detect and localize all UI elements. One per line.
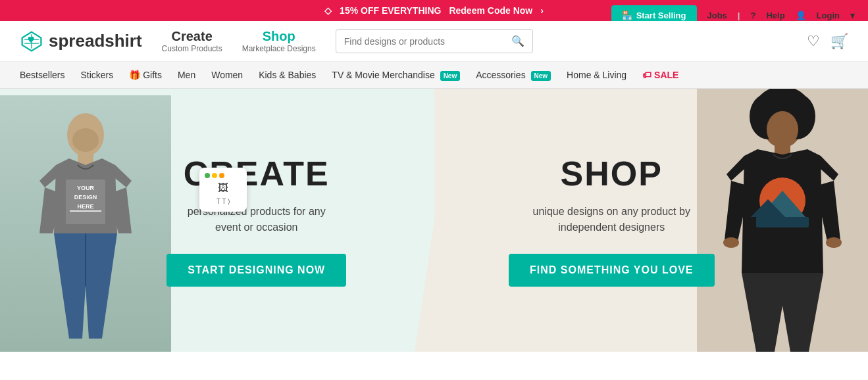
category-gifts[interactable]: 🎁 Gifts <box>129 70 162 80</box>
wishlist-icon[interactable]: ♡ <box>807 33 820 50</box>
man-silhouette: YOUR DESIGN HERE <box>20 102 151 345</box>
find-something-button[interactable]: Find Something You Love <box>509 254 715 287</box>
redeem-code-link[interactable]: Redeem Code Now <box>449 5 532 16</box>
category-sale[interactable]: 🏷 SALE <box>642 70 678 80</box>
store-icon: 🏪 <box>622 11 632 20</box>
dot-row <box>205 173 242 178</box>
promo-banner: ◇ 15% OFF EVERYTHING Redeem Code Now › 🏪… <box>0 0 868 21</box>
hero-create-content: CREATE personalized products for any eve… <box>153 154 359 287</box>
svg-rect-20 <box>756 217 809 227</box>
create-nav-label: Create <box>162 29 222 44</box>
tv-new-badge: New <box>440 71 461 81</box>
search-icon[interactable]: 🔍 <box>511 35 524 47</box>
create-title: CREATE <box>166 154 346 193</box>
create-nav-sub: Custom Products <box>162 44 222 53</box>
shop-subtitle: unique designs on any product by indepen… <box>509 204 715 235</box>
promo-tag-icon: ◇ <box>324 5 332 16</box>
svg-text:YOUR: YOUR <box>77 185 95 191</box>
cart-icon[interactable]: 🛒 <box>830 33 848 50</box>
dot-yellow <box>212 173 217 178</box>
hero-model-left: YOUR DESIGN HERE <box>0 95 171 352</box>
svg-point-1 <box>72 128 99 152</box>
accessories-new-badge: New <box>531 71 551 81</box>
category-men[interactable]: Men <box>178 70 195 80</box>
hero-create-side: YOUR DESIGN HERE <box>0 89 434 352</box>
hero-section: YOUR DESIGN HERE <box>0 89 868 352</box>
help-link[interactable]: Help <box>766 11 784 20</box>
create-subtitle: personalized products for any event or o… <box>166 204 346 235</box>
shop-nav-label: Shop <box>242 29 316 44</box>
start-designing-button[interactable]: Start Designing Now <box>166 254 346 287</box>
category-bestsellers[interactable]: Bestsellers <box>20 70 64 80</box>
separator: | <box>738 11 740 20</box>
jobs-link[interactable]: Jobs <box>707 11 727 20</box>
category-accessories[interactable]: Accessories New <box>476 70 551 80</box>
spreadshirt-logo-icon <box>20 30 43 53</box>
chevron-down-icon: ▾ <box>850 11 855 20</box>
category-tv-movie[interactable]: TV & Movie Merchandise New <box>332 70 460 80</box>
category-kids-babies[interactable]: Kids & Babies <box>259 70 316 80</box>
header-icons: ♡ 🛒 <box>807 33 848 50</box>
header: spreadshirt Create Custom Products Shop … <box>0 21 868 62</box>
sale-tag-icon: 🏷 <box>642 70 651 80</box>
category-stickers[interactable]: Stickers <box>80 70 113 80</box>
logo-link[interactable]: spreadshirt <box>20 30 142 53</box>
user-icon: 👤 <box>796 11 806 20</box>
dot-orange <box>219 173 224 178</box>
hero-shop-content: SHOP unique designs on any product by in… <box>496 154 728 287</box>
design-tool-popup: 🖼 T T ⟩ <box>199 168 247 212</box>
dot-green <box>205 173 210 178</box>
login-link[interactable]: Login <box>817 11 840 20</box>
logo-text: spreadshirt <box>49 31 142 51</box>
category-nav: Bestsellers Stickers 🎁 Gifts Men Women K… <box>0 62 868 89</box>
svg-text:HERE: HERE <box>77 203 93 210</box>
svg-point-22 <box>826 237 842 248</box>
help-icon: ? <box>750 11 755 20</box>
design-tool-text-row: T T ⟩ <box>205 197 242 206</box>
search-bar: 🔍 <box>336 29 533 53</box>
gift-icon: 🎁 <box>129 70 140 80</box>
hero-shop-side: SHOP unique designs on any product by in… <box>434 89 869 352</box>
model-left-image: YOUR DESIGN HERE <box>0 95 171 352</box>
create-shop-nav: Create Custom Products Shop Marketplace … <box>162 29 316 53</box>
shop-title: SHOP <box>509 154 715 193</box>
svg-text:DESIGN: DESIGN <box>74 194 97 201</box>
search-input[interactable] <box>344 36 506 47</box>
category-home-living[interactable]: Home & Living <box>567 70 626 80</box>
category-women[interactable]: Women <box>211 70 243 80</box>
shop-nav-sub: Marketplace Designs <box>242 44 316 53</box>
create-nav-item[interactable]: Create Custom Products <box>162 29 222 53</box>
design-tool-icon-row: 🖼 <box>205 181 242 195</box>
shop-nav-item[interactable]: Shop Marketplace Designs <box>242 29 316 53</box>
svg-point-15 <box>767 111 798 148</box>
promo-arrow-icon: › <box>540 5 544 16</box>
promo-discount-text: 15% OFF EVERYTHING <box>340 5 441 16</box>
